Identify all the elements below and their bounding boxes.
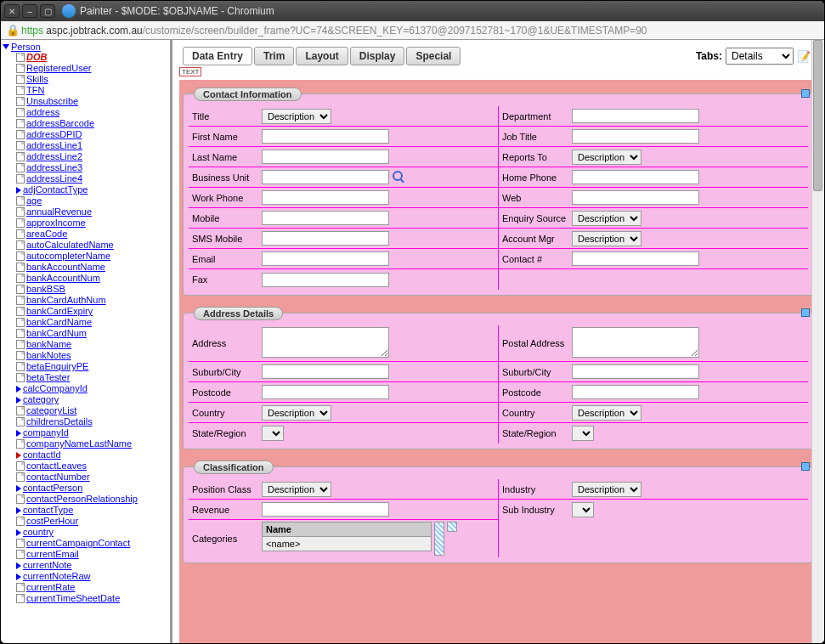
tab-data-entry[interactable]: Data Entry — [183, 47, 252, 65]
tree-item-currentNote[interactable]: currentNote — [16, 560, 168, 571]
select-input[interactable]: Description — [572, 482, 641, 497]
text-input[interactable] — [572, 170, 699, 184]
tree-item-currentRate[interactable]: currentRate — [16, 582, 168, 593]
tree-item-bankCardAuthNum[interactable]: bankCardAuthNum — [16, 295, 168, 306]
select-input[interactable]: Description — [572, 211, 641, 226]
tree-item-calcCompanyId[interactable]: calcCompanyId — [16, 383, 168, 394]
section-handle[interactable] — [801, 89, 810, 98]
textarea-input[interactable] — [572, 327, 699, 358]
textarea-input[interactable] — [262, 327, 389, 358]
tree-item-costPerHour[interactable]: costPerHour — [16, 516, 168, 527]
tree-item-annualRevenue[interactable]: annualRevenue — [16, 206, 168, 217]
tree-item-age[interactable]: age — [16, 195, 168, 206]
tree-item-TFN[interactable]: TFN — [16, 85, 168, 96]
select-input[interactable]: Description — [572, 150, 641, 165]
text-input[interactable] — [572, 190, 699, 205]
select-input[interactable] — [262, 426, 284, 441]
section-handle[interactable] — [801, 462, 810, 471]
tree-item-addressLine3[interactable]: addressLine3 — [16, 162, 168, 173]
tree-root[interactable]: Person — [3, 42, 168, 52]
search-icon[interactable] — [393, 171, 403, 181]
scrollbar[interactable] — [811, 40, 824, 643]
collapse-icon[interactable] — [3, 44, 9, 49]
tree-item-betaEnquiryPE[interactable]: betaEnquiryPE — [16, 361, 168, 372]
text-input[interactable] — [572, 129, 699, 144]
tree-item-contactPerson[interactable]: contactPerson — [16, 483, 168, 494]
tree-item-Skills[interactable]: Skills — [16, 74, 168, 85]
minimize-window-button[interactable]: – — [22, 4, 37, 18]
select-input[interactable]: Description — [262, 405, 331, 421]
section-handle[interactable] — [801, 308, 810, 317]
tree-item-category[interactable]: category — [16, 394, 168, 405]
select-input[interactable] — [572, 502, 594, 517]
tree-item-RegisteredUser[interactable]: RegisteredUser — [16, 63, 168, 74]
scrollbar[interactable] — [434, 522, 444, 556]
text-input[interactable] — [262, 251, 389, 266]
tab-trim[interactable]: Trim — [254, 47, 294, 65]
tree-item-addressDPID[interactable]: addressDPID — [16, 129, 168, 140]
text-input[interactable] — [262, 385, 389, 399]
select-input[interactable]: Description — [572, 405, 641, 421]
resize-handle[interactable] — [447, 522, 457, 532]
tree-item-DOB[interactable]: DOB — [16, 52, 168, 63]
tab-layout[interactable]: Layout — [296, 47, 348, 65]
select-input[interactable]: Description — [572, 231, 641, 246]
tree-item-bankName[interactable]: bankName — [16, 339, 168, 350]
tree-item-companyId[interactable]: companyId — [16, 427, 168, 438]
tree-item-addressLine1[interactable]: addressLine1 — [16, 140, 168, 151]
tree-item-contactPersonRelationship[interactable]: contactPersonRelationship — [16, 494, 168, 505]
tree-item-contactNumber[interactable]: contactNumber — [16, 472, 168, 483]
text-input[interactable] — [572, 364, 699, 379]
addressbar[interactable]: 🔒 https aspc.jobtrack.com.au/customize/s… — [1, 21, 824, 40]
tabs-select[interactable]: Details — [726, 48, 794, 65]
select-input[interactable]: Description — [262, 482, 331, 497]
select-input[interactable]: Description — [262, 109, 331, 124]
tree-item-Unsubscribe[interactable]: Unsubscribe — [16, 96, 168, 107]
tree-item-betaTester[interactable]: betaTester — [16, 372, 168, 383]
tree-item-bankCardName[interactable]: bankCardName — [16, 317, 168, 328]
text-badge[interactable]: TEXT — [179, 67, 201, 76]
tree-item-childrensDetails[interactable]: childrensDetails — [16, 416, 168, 427]
text-input[interactable] — [262, 211, 389, 225]
tree-item-contactType[interactable]: contactType — [16, 505, 168, 516]
tree-item-currentCampaignContact[interactable]: currentCampaignContact — [16, 538, 168, 549]
tree-item-currentEmail[interactable]: currentEmail — [16, 549, 168, 560]
tree-item-currentNoteRaw[interactable]: currentNoteRaw — [16, 571, 168, 582]
tree-item-adjContactType[interactable]: adjContactType — [16, 184, 168, 195]
text-input[interactable] — [262, 190, 389, 205]
close-window-button[interactable]: ✕ — [4, 4, 20, 18]
tree-item-bankCardNum[interactable]: bankCardNum — [16, 328, 168, 339]
tree-item-addressBarcode[interactable]: addressBarcode — [16, 118, 168, 129]
tree-item-addressLine2[interactable]: addressLine2 — [16, 151, 168, 162]
tree-item-country[interactable]: country — [16, 527, 168, 538]
categories-row[interactable]: <name> — [263, 537, 431, 551]
text-input[interactable] — [572, 251, 699, 266]
tree-item-bankAccountNum[interactable]: bankAccountNum — [16, 273, 168, 284]
text-input[interactable] — [262, 502, 389, 517]
maximize-window-button[interactable]: ▢ — [40, 4, 55, 18]
tree-item-bankBSB[interactable]: bankBSB — [16, 284, 168, 295]
tree-item-addressLine4[interactable]: addressLine4 — [16, 173, 168, 184]
tree-item-companyNameLastName[interactable]: companyNameLastName — [16, 438, 168, 449]
tree-item-currentTimeSheetDate[interactable]: currentTimeSheetDate — [16, 593, 168, 604]
tab-display[interactable]: Display — [350, 47, 405, 65]
tree-item-areaCode[interactable]: areaCode — [16, 229, 168, 240]
tree-item-autocompleterName[interactable]: autocompleterName — [16, 251, 168, 262]
text-input[interactable] — [262, 231, 389, 246]
tree-item-autoCalculatedName[interactable]: autoCalculatedName — [16, 240, 168, 251]
tree-item-categoryList[interactable]: categoryList — [16, 405, 168, 416]
text-input[interactable] — [262, 170, 389, 184]
categories-box[interactable]: Name<name> — [262, 522, 432, 551]
tab-special[interactable]: Special — [406, 47, 461, 65]
tree-item-address[interactable]: address — [16, 107, 168, 118]
tree-item-bankAccountName[interactable]: bankAccountName — [16, 262, 168, 273]
tree-item-approxIncome[interactable]: approxIncome — [16, 217, 168, 229]
text-input[interactable] — [572, 385, 699, 399]
tree-item-bankNotes[interactable]: bankNotes — [16, 350, 168, 361]
edit-icon[interactable]: 📝 — [797, 49, 811, 63]
select-input[interactable] — [572, 426, 594, 441]
tree-item-contactId[interactable]: contactId — [16, 449, 168, 460]
text-input[interactable] — [262, 129, 389, 144]
text-input[interactable] — [262, 150, 389, 164]
text-input[interactable] — [262, 364, 389, 379]
